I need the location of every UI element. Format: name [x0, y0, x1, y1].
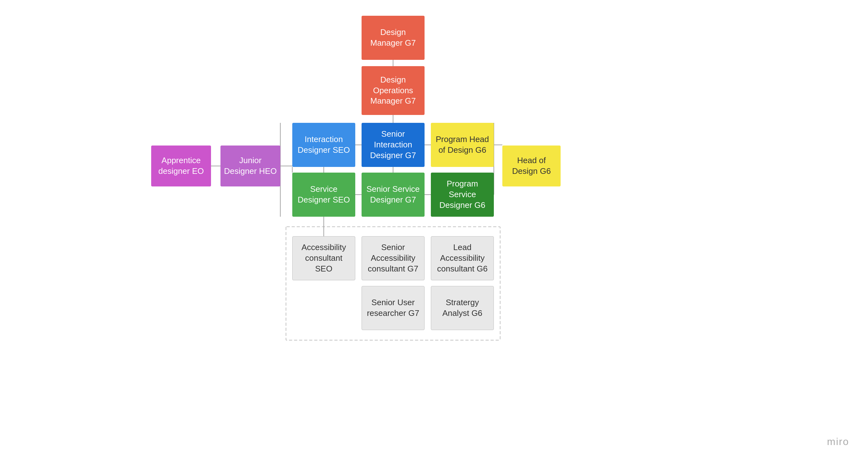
design-manager-node: Design Manager G7 [362, 16, 425, 60]
senior-service-designer-node: Senior Service Designer G7 [362, 173, 425, 217]
senior-user-researcher-node: Senior User researcher G7 [362, 286, 425, 330]
apprentice-designer-node: Apprentice designer EO [151, 146, 211, 186]
senior-accessibility-consultant-node: Senior Accessibility consultant G7 [362, 236, 425, 280]
junior-designer-node: Junior Designer HEO [220, 146, 280, 186]
head-of-design-node: Head of Design G6 [502, 146, 561, 186]
accessibility-consultant-seo-node: Accessibility consultant SEO [292, 236, 355, 280]
program-service-designer-node: Program Service Designer G6 [431, 173, 494, 217]
diagram-container: Design Manager G7 Design Operations Mana… [0, 0, 868, 457]
program-head-of-design-node: Program Head of Design G6 [431, 123, 494, 167]
strategy-analyst-node: Stratergy Analyst G6 [431, 286, 494, 330]
design-ops-manager-node: Design Operations Manager G7 [362, 66, 425, 115]
lead-accessibility-consultant-node: Lead Accessibility consultant G6 [431, 236, 494, 280]
interaction-designer-seo-node: Interaction Designer SEO [292, 123, 355, 167]
service-designer-seo-node: Service Designer SEO [292, 173, 355, 217]
miro-watermark: miro [827, 436, 849, 448]
connectors-svg [0, 0, 868, 457]
senior-interaction-designer-node: Senior Interaction Designer G7 [362, 123, 425, 167]
